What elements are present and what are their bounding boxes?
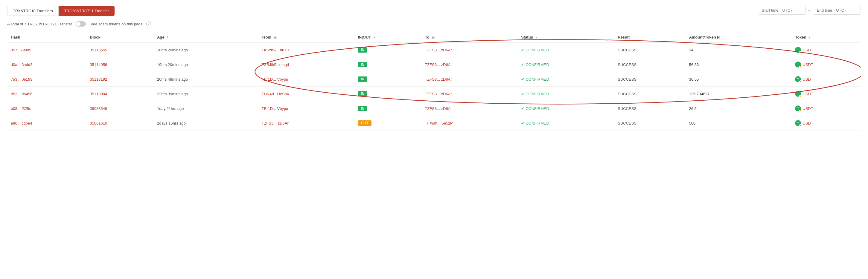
token-cell: T USDT: [795, 91, 857, 97]
result-text: SUCCESS: [618, 48, 637, 52]
from-link[interactable]: TUN4d...UeSaK: [261, 92, 289, 96]
col-status[interactable]: Status ▾: [518, 32, 614, 43]
cell-token: T USDT: [792, 43, 861, 57]
cell-block: 35113192: [86, 72, 153, 86]
result-text: SUCCESS: [618, 77, 637, 81]
block-link[interactable]: 35113192: [90, 77, 107, 81]
cell-inout: IN: [354, 43, 421, 57]
tab-bar: TRX&TRC10 Transfers TRC20&TRC721 Transfe…: [7, 6, 861, 16]
hash-link[interactable]: 7a3... 0e193: [11, 77, 32, 81]
to-link[interactable]: TZFS3... zD6Ar: [425, 77, 452, 81]
result-text: SUCCESS: [618, 63, 637, 67]
hash-link[interactable]: 857...299d9: [11, 48, 31, 52]
token-link[interactable]: USDT: [803, 63, 813, 67]
block-link[interactable]: 35114956: [90, 63, 107, 67]
start-time-input[interactable]: [758, 6, 806, 14]
token-icon: T: [795, 47, 801, 53]
cell-block: 35114956: [86, 57, 153, 72]
table-row: b52... da456 35110984 22hrs 39mins ago T…: [7, 86, 861, 101]
to-filter-icon[interactable]: ☰: [432, 36, 435, 39]
token-link[interactable]: USDT: [803, 77, 813, 81]
from-filter-icon[interactable]: ☰: [274, 36, 277, 39]
from-link[interactable]: TEr1D... Vbypu: [261, 106, 288, 111]
table-row: e86... cdbe4 35061610 2days 15hrs ago TZ…: [7, 116, 861, 131]
cell-hash: b52... da456: [7, 86, 86, 101]
hash-link[interactable]: d0a... 3add3: [11, 63, 32, 67]
cell-to: TZFS3... zD6Ar: [421, 57, 518, 72]
status-text: ✔ CONFIRMED: [521, 63, 611, 67]
summary-text: A Total of 7 TRC20&TRC721 Transfer: [7, 22, 72, 26]
cell-hash: 857...299d9: [7, 43, 86, 57]
col-block: Block: [86, 32, 153, 43]
hash-link[interactable]: b08... f325c: [11, 106, 31, 111]
to-link[interactable]: TZFS3... zD6Ar: [425, 92, 452, 96]
token-link[interactable]: USDT: [803, 92, 813, 96]
cell-age: 20hrs 48mins ago: [153, 72, 258, 86]
to-link[interactable]: TZFS3... zD6Ar: [425, 48, 452, 52]
block-link[interactable]: 35110984: [90, 92, 107, 96]
cell-hash: d0a... 3add3: [7, 57, 86, 72]
token-cell: T USDT: [795, 120, 857, 126]
token-icon: T: [795, 105, 801, 111]
cell-to: TZFS3... zD6Ar: [421, 72, 518, 86]
cell-amount: 135.734627: [686, 86, 792, 101]
to-link[interactable]: TFXiaft... 5e5zP: [425, 121, 453, 126]
cell-age: 2days 15hrs ago: [153, 116, 258, 131]
cell-to: TFXiaft... 5e5zP: [421, 116, 518, 131]
status-text: ✔ CONFIRMED: [521, 48, 611, 52]
col-token[interactable]: Token ▾: [792, 32, 861, 43]
status-text: ✔ CONFIRMED: [521, 92, 611, 96]
table-row: b08... f325c 35083546 1day 21hrs ago TEr…: [7, 101, 861, 116]
col-age[interactable]: Age ↻: [153, 32, 258, 43]
table-row: 7a3... 0e193 35113192 20hrs 48mins ago T…: [7, 72, 861, 86]
token-link[interactable]: USDT: [803, 48, 813, 52]
result-text: SUCCESS: [618, 106, 637, 111]
tab-trc20[interactable]: TRC20&TRC721 Transfer: [59, 6, 115, 16]
cell-amount: 56.33: [686, 57, 792, 72]
block-link[interactable]: 35118555: [90, 48, 107, 52]
status-text: ✔ CONFIRMED: [521, 106, 611, 111]
help-icon[interactable]: ?: [146, 22, 151, 26]
col-inout[interactable]: IN|OUT ▾: [354, 32, 421, 43]
block-link[interactable]: 35083546: [90, 106, 107, 111]
cell-to: TZFS3... zD6Ar: [421, 43, 518, 57]
cell-inout: IN: [354, 101, 421, 116]
cell-block: 35110984: [86, 86, 153, 101]
to-link[interactable]: TZFS3... zD6Ar: [425, 106, 452, 111]
from-link[interactable]: TEr1D... Vbypu: [261, 77, 288, 81]
inout-badge: OUT: [358, 120, 371, 126]
time-filter-bar: ~: [758, 6, 861, 14]
token-link[interactable]: USDT: [803, 106, 813, 111]
amount-text: 135.734627: [689, 92, 710, 96]
from-link[interactable]: TXBJfkF...orsgd: [261, 63, 289, 67]
end-time-input[interactable]: [813, 6, 861, 14]
block-link[interactable]: 35061610: [90, 121, 107, 126]
token-sort-icon: ▾: [808, 36, 810, 39]
hash-link[interactable]: b52... da456: [11, 92, 32, 96]
tab-trx[interactable]: TRX&TRC10 Transfers: [7, 6, 59, 16]
cell-hash: b08... f325c: [7, 101, 86, 116]
cell-result: SUCCESS: [614, 101, 685, 116]
token-cell: T USDT: [795, 105, 857, 111]
from-link[interactable]: TKSznA... fiu7H: [261, 48, 289, 52]
from-link[interactable]: TZFS3... zD6Ar: [261, 121, 288, 126]
cell-amount: 500: [686, 116, 792, 131]
hide-scam-toggle[interactable]: [76, 21, 86, 27]
inout-badge: IN: [358, 91, 367, 97]
status-text: ✔ CONFIRMED: [521, 121, 611, 126]
token-link[interactable]: USDT: [803, 121, 813, 126]
cell-status: ✔ CONFIRMED: [518, 86, 614, 101]
cell-result: SUCCESS: [614, 72, 685, 86]
cell-status: ✔ CONFIRMED: [518, 101, 614, 116]
cell-result: SUCCESS: [614, 86, 685, 101]
cell-from: TKSznA... fiu7H: [258, 43, 354, 57]
cell-token: T USDT: [792, 116, 861, 131]
amount-text: 36.55: [689, 77, 699, 81]
check-icon: ✔: [521, 92, 524, 96]
inout-sort-icon: ▾: [373, 36, 375, 39]
cell-status: ✔ CONFIRMED: [518, 116, 614, 131]
cell-token: T USDT: [792, 72, 861, 86]
hash-link[interactable]: e86... cdbe4: [11, 121, 32, 126]
to-link[interactable]: TZFS3... zD6Ar: [425, 63, 452, 67]
cell-result: SUCCESS: [614, 43, 685, 57]
